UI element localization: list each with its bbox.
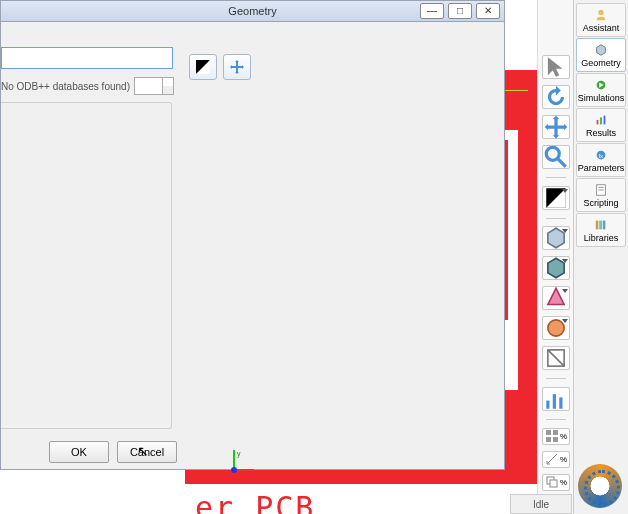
nav-label: Parameters: [578, 163, 625, 173]
nav-label: Geometry: [581, 58, 621, 68]
svg-rect-10: [546, 401, 549, 409]
nav-label: Libraries: [584, 233, 619, 243]
status-text: Idle: [533, 499, 549, 510]
layers-panel[interactable]: [1, 102, 172, 429]
svg-text:fx: fx: [598, 151, 603, 158]
close-button[interactable]: ✕: [476, 3, 500, 19]
svg-rect-15: [546, 437, 551, 442]
dialog-titlebar[interactable]: Geometry — □ ✕: [1, 1, 504, 22]
bars-tool[interactable]: [542, 387, 570, 411]
svg-line-5: [558, 159, 566, 167]
svg-rect-36: [603, 220, 606, 229]
zoom-tool[interactable]: [542, 145, 570, 169]
view-toolstrip: % % % %: [537, 0, 574, 514]
svg-point-4: [546, 147, 559, 160]
nav-label: Simulations: [578, 93, 625, 103]
minimize-button[interactable]: —: [420, 3, 444, 19]
svg-rect-27: [600, 117, 602, 124]
path-input[interactable]: [1, 47, 173, 69]
svg-rect-21: [550, 480, 557, 487]
sphere-tool[interactable]: [542, 316, 570, 340]
clip-tool[interactable]: [542, 346, 570, 370]
svg-point-2: [231, 467, 237, 473]
svg-line-17: [547, 454, 557, 464]
svg-rect-14: [553, 430, 558, 435]
pyramid-tool[interactable]: [542, 286, 570, 310]
svg-point-24: [598, 9, 603, 14]
svg-text:y: y: [237, 450, 241, 458]
copy-tool[interactable]: %: [542, 474, 570, 491]
move-tool[interactable]: [542, 115, 570, 139]
svg-rect-11: [553, 394, 556, 409]
geometry-dialog: Geometry — □ ✕ No ODB++ databases found)…: [0, 0, 505, 470]
grid-tool[interactable]: %: [542, 428, 570, 445]
nav-scripting[interactable]: Scripting: [576, 178, 626, 212]
ok-button[interactable]: OK: [49, 441, 109, 463]
nav-column: Assistant Geometry Simulations Results f…: [573, 0, 628, 514]
nav-geometry[interactable]: Geometry: [576, 38, 626, 72]
nav-simulations[interactable]: Simulations: [576, 73, 626, 107]
cube-tool[interactable]: [542, 226, 570, 250]
nav-label: Scripting: [583, 198, 618, 208]
nav-parameters[interactable]: fxParameters: [576, 143, 626, 177]
axis-gizmo[interactable]: y: [226, 448, 256, 478]
status-bar: Idle: [510, 494, 572, 514]
maximize-button[interactable]: □: [448, 3, 472, 19]
desktop: y er PCB % % % % Assistant Geometry Simu…: [0, 0, 628, 514]
svg-rect-16: [553, 437, 558, 442]
nav-label: Assistant: [583, 23, 620, 33]
svg-rect-12: [559, 397, 562, 408]
svg-line-9: [548, 350, 564, 366]
nav-assistant[interactable]: Assistant: [576, 3, 626, 37]
cancel-button[interactable]: Cancel: [117, 441, 177, 463]
nav-libraries[interactable]: Libraries: [576, 213, 626, 247]
svg-rect-34: [596, 220, 599, 229]
odb-message: No ODB++ databases found): [1, 81, 130, 92]
app-logo: [578, 464, 626, 512]
db-spinner[interactable]: [134, 77, 174, 95]
dim-tool[interactable]: %: [542, 451, 570, 468]
svg-rect-13: [546, 430, 551, 435]
pcb-label: er PCB: [195, 490, 315, 514]
cursor-tool[interactable]: [542, 55, 570, 79]
dialog-title: Geometry: [228, 5, 276, 17]
contrast-tool[interactable]: [542, 186, 570, 210]
svg-rect-26: [597, 120, 599, 124]
nav-results[interactable]: Results: [576, 108, 626, 142]
svg-rect-35: [599, 220, 602, 229]
cube-shaded-tool[interactable]: [542, 256, 570, 280]
contrast-button[interactable]: [189, 54, 217, 80]
svg-rect-28: [604, 115, 606, 124]
nav-label: Results: [586, 128, 616, 138]
refresh-tool[interactable]: [542, 85, 570, 109]
pan-button[interactable]: [223, 54, 251, 80]
